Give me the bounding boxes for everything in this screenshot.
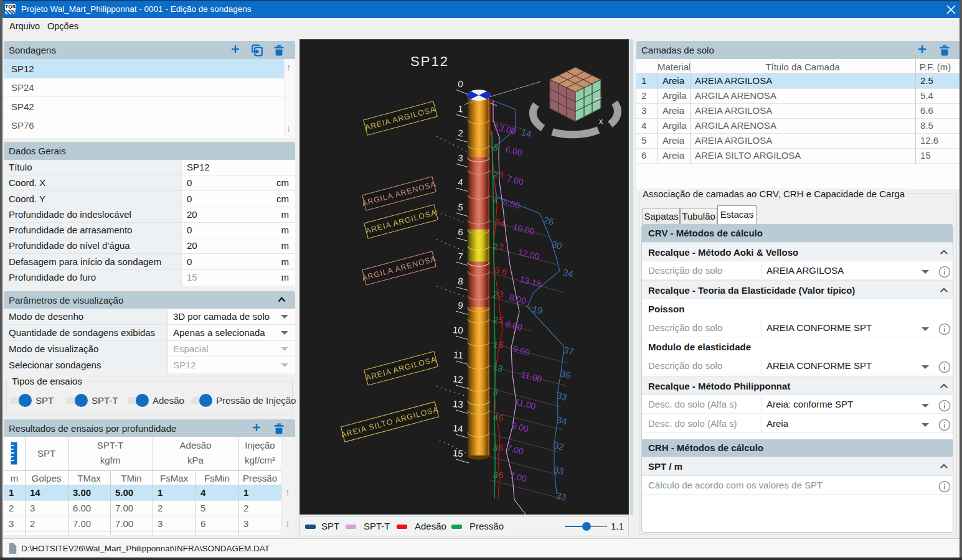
svg-text:8.00: 8.00 xyxy=(508,292,527,306)
svg-text:30: 30 xyxy=(550,238,563,251)
svg-text:3: 3 xyxy=(492,386,499,396)
svg-text:6: 6 xyxy=(458,226,464,238)
svg-text:0: 0 xyxy=(458,78,464,90)
svg-text:34: 34 xyxy=(562,266,574,279)
svg-text:3: 3 xyxy=(492,142,499,152)
svg-text:37: 37 xyxy=(562,344,575,357)
svg-text:3: 3 xyxy=(458,152,464,164)
svg-text:19: 19 xyxy=(531,303,544,316)
svg-text:7.00: 7.00 xyxy=(506,173,525,187)
svg-text:4: 4 xyxy=(458,177,464,188)
svg-text:9.00: 9.00 xyxy=(511,420,530,434)
svg-text:2: 2 xyxy=(458,128,464,139)
svg-text:1: 1 xyxy=(458,103,464,114)
svg-text:9.00: 9.00 xyxy=(512,343,531,357)
svg-text:6.00: 6.00 xyxy=(504,144,524,157)
svg-text:14: 14 xyxy=(520,126,532,139)
svg-text:13: 13 xyxy=(492,362,504,373)
svg-text:7.00: 7.00 xyxy=(506,442,525,456)
svg-text:34: 34 xyxy=(555,414,568,427)
svg-text:33: 33 xyxy=(555,490,567,503)
svg-text:10.00: 10.00 xyxy=(512,222,535,236)
svg-text:6.00: 6.00 xyxy=(502,197,521,210)
svg-text:AREIA SILTO ARGILOSA: AREIA SILTO ARGILOSA xyxy=(340,405,440,439)
svg-text:3 6: 3 6 xyxy=(494,264,508,277)
svg-text:11.00: 11.00 xyxy=(520,369,543,384)
svg-text:33: 33 xyxy=(552,464,565,477)
svg-text:13: 13 xyxy=(452,398,463,409)
svg-text:12.00: 12.00 xyxy=(517,246,540,261)
svg-text:8: 8 xyxy=(458,276,464,287)
svg-text:11.00: 11.00 xyxy=(514,396,537,411)
svg-text:x: x xyxy=(599,116,603,126)
svg-text:13.00: 13.00 xyxy=(493,121,517,136)
svg-text:8.00: 8.00 xyxy=(504,319,524,332)
svg-text:9: 9 xyxy=(458,300,464,311)
svg-text:12: 12 xyxy=(452,373,463,385)
svg-text:11: 11 xyxy=(453,349,464,360)
svg-text:SP12: SP12 xyxy=(410,54,449,69)
svg-text:10: 10 xyxy=(452,324,463,335)
svg-text:15: 15 xyxy=(452,447,463,459)
svg-text:7.00: 7.00 xyxy=(509,470,528,483)
svg-text:36: 36 xyxy=(559,368,572,381)
svg-text:13.18: 13.18 xyxy=(519,274,542,289)
svg-text:14: 14 xyxy=(452,422,463,434)
svg-text:5: 5 xyxy=(458,202,464,213)
svg-text:7: 7 xyxy=(458,251,464,262)
